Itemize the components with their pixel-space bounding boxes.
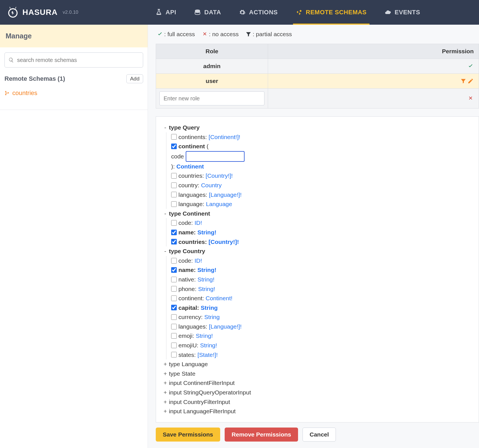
field-type[interactable]: [Language!]! <box>209 190 242 200</box>
field-row: code:ID! <box>163 256 471 265</box>
field-checkbox[interactable] <box>171 173 177 179</box>
field-type[interactable]: Continent! <box>206 294 232 303</box>
collapse-icon[interactable]: - <box>163 246 167 256</box>
permission-tree: - type Query continents:[Continent!]! co… <box>156 116 479 422</box>
remove-permissions-button[interactable]: Remove Permissions <box>225 428 298 442</box>
arg-input[interactable] <box>186 151 245 162</box>
nav-api[interactable]: API <box>155 0 176 25</box>
field-row: code:ID! <box>163 218 471 228</box>
field-checkbox[interactable] <box>171 239 177 244</box>
expand-icon[interactable]: + <box>163 388 167 397</box>
type-label: type Continent <box>169 209 210 218</box>
expand-icon[interactable]: + <box>163 397 167 407</box>
field-type[interactable]: ID! <box>194 256 202 265</box>
new-role-input[interactable] <box>159 91 264 105</box>
brand: HASURA v2.0.10 <box>0 6 155 19</box>
nav-events[interactable]: EVENTS <box>385 0 420 25</box>
field-type[interactable]: ID! <box>194 218 202 228</box>
collapsed-type-row[interactable]: + input ContinentFilterInput <box>163 378 471 388</box>
nav-actions[interactable]: ACTIONS <box>239 0 278 25</box>
search-input[interactable] <box>4 52 143 68</box>
expand-icon[interactable]: + <box>163 378 167 388</box>
sidebar-schema-item[interactable]: countries <box>4 88 143 98</box>
field-checkbox[interactable] <box>171 183 177 188</box>
nav-data-label: DATA <box>204 9 221 16</box>
collapsed-type-row[interactable]: + input LanguageFilterInput <box>163 407 471 416</box>
brand-version: v2.0.10 <box>63 10 78 15</box>
arg-label: code <box>171 152 184 161</box>
nav-data[interactable]: DATA <box>194 0 221 25</box>
field-type[interactable]: String! <box>196 331 213 341</box>
expand-icon[interactable]: + <box>163 359 167 369</box>
arg-row: code <box>163 151 471 162</box>
nav-remote-schemas[interactable]: REMOTE SCHEMAS <box>296 0 367 25</box>
field-type[interactable]: String! <box>197 275 215 284</box>
type-header[interactable]: - type Country <box>163 246 471 256</box>
field-name: country: <box>178 181 199 190</box>
field-type[interactable]: [State!]! <box>197 350 218 360</box>
field-type[interactable]: String! <box>200 341 217 350</box>
field-checkbox[interactable] <box>171 305 177 310</box>
field-checkbox[interactable] <box>171 314 177 320</box>
field-type[interactable]: Language <box>206 199 232 209</box>
field-name: continents: <box>178 132 207 142</box>
collapse-icon[interactable]: - <box>163 209 167 218</box>
field-type[interactable]: String <box>204 312 220 322</box>
field-checkbox[interactable] <box>171 134 177 140</box>
x-icon <box>202 31 208 37</box>
field-checkbox[interactable] <box>171 230 177 235</box>
field-name: code: <box>178 256 193 265</box>
field-type[interactable]: [Continent!]! <box>209 132 240 142</box>
permissions-table: Role Permission admin user <box>156 44 479 108</box>
expand-icon[interactable]: + <box>163 369 167 378</box>
permission-header: Permission <box>268 44 479 59</box>
field-checkbox[interactable] <box>171 201 177 207</box>
permission-legend: : full access : no access : partial acce… <box>148 25 479 44</box>
field-row: emojiU:String! <box>163 341 471 350</box>
field-checkbox[interactable] <box>171 144 177 149</box>
field-checkbox[interactable] <box>171 295 177 301</box>
permission-row[interactable]: admin <box>156 59 479 74</box>
role-cell: user <box>156 74 268 89</box>
field-checkbox[interactable] <box>171 286 177 292</box>
field-checkbox[interactable] <box>171 352 177 357</box>
permission-row[interactable]: user <box>156 74 479 89</box>
field-checkbox[interactable] <box>171 258 177 264</box>
field-row: continent:Continent! <box>163 294 471 303</box>
field-type[interactable]: String! <box>197 265 217 275</box>
field-type[interactable]: [Language!]! <box>209 322 242 331</box>
field-type[interactable]: [Country!]! <box>209 237 239 247</box>
collapsed-type-row[interactable]: + type Language <box>163 359 471 369</box>
field-name: continent: <box>178 294 204 303</box>
collapsed-type-row[interactable]: + input StringQueryOperatorInput <box>163 388 471 397</box>
field-type[interactable]: [Country!]! <box>206 171 233 181</box>
x-icon[interactable] <box>468 95 474 101</box>
field-checkbox[interactable] <box>171 192 177 197</box>
field-checkbox[interactable] <box>171 324 177 329</box>
field-checkbox[interactable] <box>171 343 177 348</box>
collapsed-type-row[interactable]: + input CountryFilterInput <box>163 397 471 407</box>
type-header[interactable]: - type Continent <box>163 209 471 218</box>
field-type[interactable]: Country <box>201 181 222 190</box>
field-type[interactable]: String <box>201 303 218 313</box>
expand-icon[interactable]: + <box>163 407 167 416</box>
field-type[interactable]: String! <box>198 284 215 294</box>
field-row: phone:String! <box>163 284 471 294</box>
field-checkbox[interactable] <box>171 267 177 273</box>
save-permissions-button[interactable]: Save Permissions <box>156 428 220 442</box>
field-checkbox[interactable] <box>171 333 177 339</box>
field-checkbox[interactable] <box>171 220 177 226</box>
field-name: phone: <box>178 284 196 294</box>
type-label: input LanguageFilterInput <box>169 407 236 416</box>
collapse-icon[interactable]: - <box>163 123 167 132</box>
field-name: languages: <box>178 322 207 331</box>
field-checkbox[interactable] <box>171 277 177 282</box>
type-header[interactable]: - type Query <box>163 123 471 132</box>
field-type[interactable]: Continent <box>176 162 204 171</box>
add-schema-button[interactable]: Add <box>126 74 143 83</box>
branch-icon <box>4 91 10 96</box>
edit-icon <box>468 78 474 84</box>
collapsed-type-row[interactable]: + type State <box>163 369 471 378</box>
field-type[interactable]: String! <box>197 228 217 237</box>
cancel-button[interactable]: Cancel <box>303 428 336 442</box>
